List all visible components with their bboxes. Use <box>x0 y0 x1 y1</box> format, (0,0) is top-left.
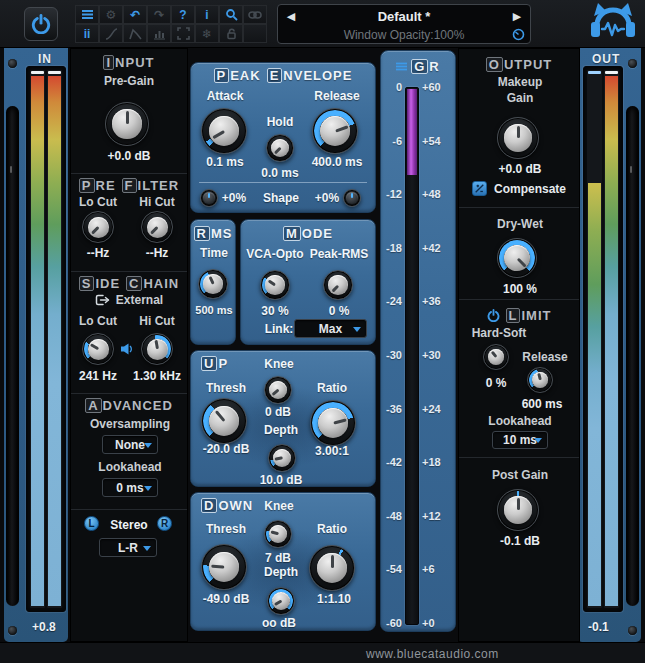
down-depth-value[interactable]: oo dB <box>262 616 296 630</box>
shape-right-value[interactable]: +0% <box>315 191 339 205</box>
preset-next-arrow[interactable]: ▶ <box>510 9 524 23</box>
rms-time-value[interactable]: 500 ms <box>195 304 232 316</box>
preset-name[interactable]: Default * <box>378 9 431 24</box>
up-ratio-knob[interactable] <box>310 400 356 446</box>
down-depth-knob[interactable] <box>267 587 295 615</box>
hardsoft-value[interactable]: 0 % <box>486 376 507 390</box>
window-opacity-label[interactable]: Window Opacity:100% <box>344 28 465 42</box>
redo-icon[interactable]: ↷ <box>147 5 171 24</box>
external-sidechain-toggle[interactable]: External <box>71 293 187 307</box>
makeup-label-line2: Gain <box>507 91 534 105</box>
lookahead-dropdown[interactable]: 0 ms <box>102 478 158 497</box>
down-thresh-knob[interactable] <box>201 544 247 590</box>
hard-soft-knob[interactable] <box>483 344 509 370</box>
hold-knob[interactable] <box>266 134 294 162</box>
bluecat-logo[interactable] <box>585 1 641 51</box>
postgain-value[interactable]: -0.1 dB <box>500 534 540 548</box>
up-knee-knob[interactable] <box>264 376 292 404</box>
hicut-value[interactable]: --Hz <box>146 246 169 260</box>
link-icon[interactable] <box>243 5 267 24</box>
sidechain-locut-knob[interactable] <box>82 333 114 365</box>
down-knee-value[interactable]: 7 dB <box>265 551 291 565</box>
lock-icon[interactable] <box>219 24 243 43</box>
envelope-icon[interactable] <box>123 24 147 43</box>
peak-rms-knob[interactable] <box>323 270 353 300</box>
up-depth-knob[interactable] <box>268 444 296 472</box>
down-ratio-knob[interactable] <box>309 545 355 591</box>
bypass-power-button[interactable] <box>24 7 58 41</box>
attack-value[interactable]: 0.1 ms <box>206 155 243 169</box>
limit-release-knob[interactable] <box>527 367 553 393</box>
attack-knob[interactable] <box>201 108 247 154</box>
left-channel-badge[interactable]: L <box>84 516 99 531</box>
shape-left-knob[interactable] <box>200 189 218 207</box>
curve-icon[interactable] <box>99 24 123 43</box>
hold-value[interactable]: 0.0 ms <box>261 166 298 180</box>
locut-value[interactable]: --Hz <box>87 246 110 260</box>
peak-rms-value[interactable]: 0 % <box>329 304 350 318</box>
monitor-speaker-icon[interactable] <box>120 342 134 360</box>
rail-groove <box>626 106 639 606</box>
drywet-value[interactable]: 100 % <box>503 282 537 296</box>
limit-lookahead-dropdown[interactable]: 10 ms <box>492 431 548 449</box>
website-link[interactable]: www.bluecataudio.com <box>366 647 499 661</box>
vca-opto-knob[interactable] <box>260 270 290 300</box>
output-level-meter <box>583 66 623 612</box>
pregain-value[interactable]: +0.0 dB <box>107 149 150 163</box>
shape-left-value[interactable]: +0% <box>222 191 246 205</box>
freeze-icon[interactable]: ❄ <box>195 24 219 43</box>
meters-icon[interactable] <box>147 24 171 43</box>
stereo-mode-dropdown[interactable]: L-R <box>99 538 157 557</box>
makeup-gain-value[interactable]: +0.0 dB <box>498 162 541 176</box>
rms-time-knob[interactable] <box>198 269 228 299</box>
gain-reduction-meter-panel: GR 0-6-12-18-24-30-36-42-48-54-60 +60+54… <box>380 50 456 632</box>
preset-prev-arrow[interactable]: ◀ <box>284 9 298 23</box>
release-value[interactable]: 400.0 ms <box>312 155 363 169</box>
down-knee-knob[interactable] <box>264 520 292 548</box>
sidechain-section: SIDECHAIN External Lo Cut Hi Cut <box>71 271 187 393</box>
prefilter-locut-knob[interactable] <box>82 211 114 243</box>
screw-icon <box>628 626 637 635</box>
dry-wet-knob[interactable] <box>497 238 537 278</box>
help-icon[interactable]: ? <box>171 5 195 24</box>
settings-gear-icon[interactable]: ⚙ <box>99 5 123 24</box>
oversampling-dropdown[interactable]: None <box>102 435 158 454</box>
pause-icon[interactable]: ii <box>75 24 99 43</box>
down-thresh-value[interactable]: -49.0 dB <box>203 592 250 606</box>
sc-locut-label: Lo Cut <box>79 314 117 328</box>
up-ratio-value[interactable]: 3.00:1 <box>315 444 349 458</box>
prefilter-section: PREFILTER Lo Cut Hi Cut --Hz --Hz <box>71 173 187 271</box>
up-thresh-value[interactable]: -20.0 dB <box>203 442 250 456</box>
rms-panel: RMS Time 500 ms <box>190 219 236 345</box>
link-dropdown[interactable]: Max <box>294 319 367 338</box>
limit-release-value[interactable]: 600 ms <box>522 397 563 411</box>
sidechain-hicut-knob[interactable] <box>141 333 173 365</box>
pre-gain-knob[interactable] <box>105 102 149 146</box>
prefilter-hicut-knob[interactable] <box>141 211 173 243</box>
undo-icon[interactable]: ↶ <box>123 5 147 24</box>
up-knee-value[interactable]: 0 dB <box>265 405 291 419</box>
opacity-knob-icon[interactable] <box>512 28 525 44</box>
menu-icon[interactable] <box>75 5 99 24</box>
zoom-icon[interactable] <box>219 5 243 24</box>
up-thresh-knob[interactable] <box>201 398 247 444</box>
section-title: RMS <box>191 226 235 241</box>
out-peak-value[interactable]: -0.1 <box>588 620 609 634</box>
down-ratio-value[interactable]: 1:1.10 <box>317 592 351 606</box>
release-knob[interactable] <box>312 108 358 154</box>
makeup-gain-knob[interactable] <box>497 117 539 159</box>
sc-hicut-label: Hi Cut <box>139 314 174 328</box>
compensate-checkbox[interactable] <box>472 181 487 196</box>
in-peak-value[interactable]: +0.8 <box>32 620 56 634</box>
up-depth-value[interactable]: 10.0 dB <box>260 473 303 487</box>
vca-opto-value[interactable]: 30 % <box>261 304 288 318</box>
info-icon[interactable]: i <box>195 5 219 24</box>
right-channel-badge[interactable]: R <box>157 516 172 531</box>
fullscreen-icon[interactable] <box>171 24 195 43</box>
sc-locut-value[interactable]: 241 Hz <box>79 369 117 383</box>
limit-power-icon[interactable] <box>487 309 500 322</box>
meter-menu-icon[interactable] <box>396 62 407 71</box>
shape-right-knob[interactable] <box>343 189 361 207</box>
post-gain-knob[interactable] <box>497 489 539 531</box>
sc-hicut-value[interactable]: 1.30 kHz <box>133 369 181 383</box>
